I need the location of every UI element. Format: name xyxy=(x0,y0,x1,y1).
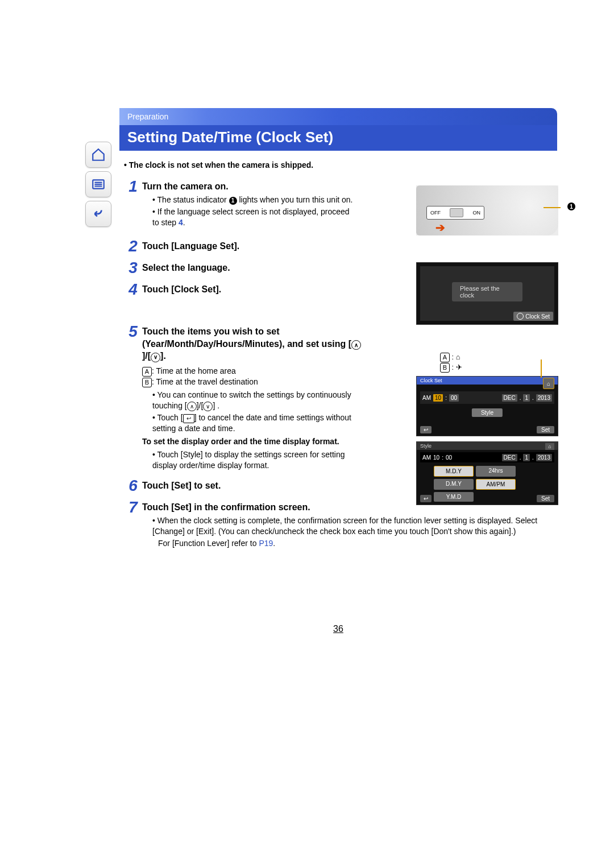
date-row: AM 10 : 00 DEC. 1. 2013 xyxy=(420,452,554,462)
intro-note: • The clock is not set when the camera i… xyxy=(124,160,553,171)
page-title: Setting Date/Time (Clock Set) xyxy=(119,125,557,151)
callout-badge: 1 xyxy=(567,202,575,210)
step-head: Turn the camera on. xyxy=(142,180,358,193)
clock-icon xyxy=(517,313,524,320)
step-bullet: • Touch [Style] to display the settings … xyxy=(152,449,370,471)
step-link[interactable]: 4 xyxy=(179,218,183,227)
nav-home-icon[interactable] xyxy=(85,142,111,168)
figure-clock-set-screen: A : ⌂ B : ✈ Clock Set ⌂ AM 10:00 DEC. 1.… xyxy=(416,351,558,436)
down-icon: ∨ xyxy=(151,353,160,362)
clock-set-button: Clock Set xyxy=(513,312,553,321)
arrow-icon: ➔ xyxy=(435,221,445,234)
format-option: AM/PM xyxy=(476,479,516,490)
format-option: 24hrs xyxy=(476,466,516,477)
nav-back-icon[interactable] xyxy=(85,201,111,227)
page-number: 36 xyxy=(119,624,557,634)
plane-icon: ✈ xyxy=(456,363,462,371)
legend-line: B: Time at the travel destination xyxy=(142,377,370,387)
nav-menu-icon[interactable] xyxy=(85,171,111,197)
step-number: 7 xyxy=(124,499,142,515)
step-number: 3 xyxy=(124,260,142,276)
sub-heading: To set the display order and the time di… xyxy=(142,436,370,447)
step-head: Touch the items you wish to set (Year/Mo… xyxy=(142,325,370,362)
up-icon: ∧ xyxy=(187,402,197,411)
step-number: 4 xyxy=(124,282,142,297)
screen-title: Style xyxy=(417,442,558,450)
step-number: 1 xyxy=(124,179,142,195)
home-icon: ⌂ xyxy=(456,353,460,361)
step-bullet: • If the language select screen is not d… xyxy=(152,206,358,228)
screen-title: Clock Set xyxy=(417,377,558,385)
step-bullet: • When the clock setting is complete, th… xyxy=(152,515,553,537)
figure-style-screen: Style ⌂ AM 10 : 00 DEC. 1. 2013 M.D.Y 24… xyxy=(416,441,558,505)
prompt-message: Please set the clock xyxy=(452,282,522,301)
legend-line: A: Time at the home area xyxy=(142,366,370,377)
category-bar: Preparation xyxy=(119,108,557,125)
format-option: M.D.Y xyxy=(434,466,474,477)
page-link[interactable]: P19 xyxy=(259,539,273,548)
figure-clock-prompt: Please set the clock Clock Set xyxy=(416,262,558,325)
home-area-button: ⌂ xyxy=(545,443,554,450)
step-number: 5 xyxy=(124,324,142,340)
back-button: ↩ xyxy=(420,495,432,502)
back-button: ↩ xyxy=(420,426,432,433)
step-bullet: • You can continue to switch the setting… xyxy=(152,390,370,411)
format-option: D.M.Y xyxy=(434,479,474,490)
step-number: 2 xyxy=(124,238,142,254)
date-row: AM 10:00 DEC. 1. 2013 xyxy=(420,391,554,404)
home-area-button: ⌂ xyxy=(543,378,554,389)
status-indicator-badge: 1 xyxy=(229,197,237,205)
style-button: Style xyxy=(472,408,503,417)
down-icon: ∨ xyxy=(203,402,213,411)
up-icon: ∧ xyxy=(351,340,361,350)
category-label: Preparation xyxy=(127,112,168,121)
step-tail: For [Function Lever] refer to P19. xyxy=(152,538,553,549)
figure-camera-power: OFF ON ➔ 1 xyxy=(416,185,558,235)
set-button: Set xyxy=(537,495,554,502)
step-number: 6 xyxy=(124,478,142,494)
power-switch: OFF ON xyxy=(426,206,484,220)
step-bullet: • Touch [↩] to cancel the date and time … xyxy=(152,412,370,434)
step-bullet: • The status indicator 1 lights when you… xyxy=(152,195,358,205)
step-head: Touch [Language Set]. xyxy=(142,240,553,253)
return-icon: ↩ xyxy=(183,414,194,423)
format-option: Y.M.D xyxy=(434,492,474,502)
set-button: Set xyxy=(537,426,554,433)
